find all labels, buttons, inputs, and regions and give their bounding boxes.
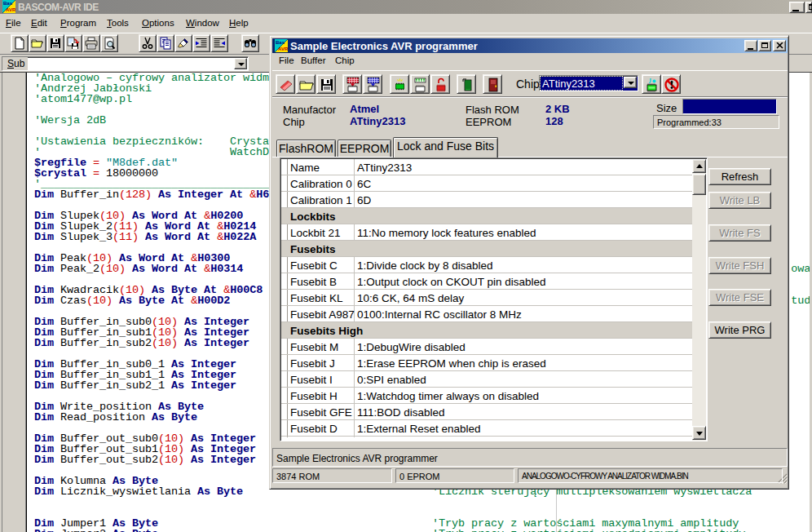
svg-text:Bas: Bas xyxy=(276,40,285,45)
svg-text:AVR: AVR xyxy=(278,47,288,51)
svg-text:Bas: Bas xyxy=(3,1,13,6)
svg-text:AVR: AVR xyxy=(6,7,15,12)
